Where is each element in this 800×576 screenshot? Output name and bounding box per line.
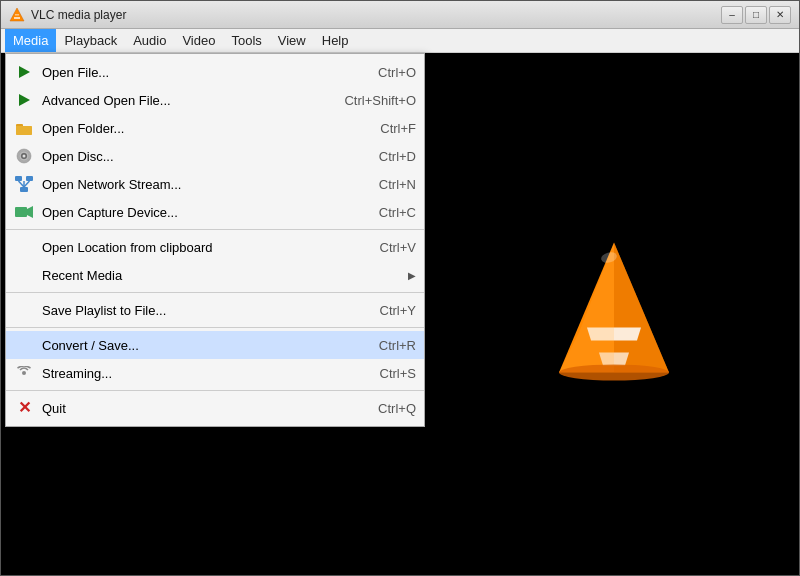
quit-label: Quit xyxy=(42,401,358,416)
advanced-open-shortcut: Ctrl+Shift+O xyxy=(344,93,416,108)
menu-view[interactable]: View xyxy=(270,29,314,52)
title-bar-buttons: – □ ✕ xyxy=(721,6,791,24)
separator-1 xyxy=(6,229,424,230)
svg-rect-1 xyxy=(14,17,20,19)
open-network-shortcut: Ctrl+N xyxy=(379,177,416,192)
menu-item-open-folder[interactable]: Open Folder... Ctrl+F xyxy=(6,114,424,142)
open-clipboard-shortcut: Ctrl+V xyxy=(380,240,416,255)
menu-item-convert-save[interactable]: Convert / Save... Ctrl+R xyxy=(6,331,424,359)
svg-rect-21 xyxy=(20,187,28,192)
separator-4 xyxy=(6,390,424,391)
open-disc-label: Open Disc... xyxy=(42,149,359,164)
advanced-open-label: Advanced Open File... xyxy=(42,93,324,108)
svg-marker-26 xyxy=(27,206,33,218)
svg-rect-19 xyxy=(15,176,22,181)
media-dropdown: Open File... Ctrl+O Advanced Open File..… xyxy=(5,53,425,427)
streaming-shortcut: Ctrl+S xyxy=(380,366,416,381)
svg-point-17 xyxy=(23,155,26,158)
vlc-logo xyxy=(549,233,679,396)
open-file-shortcut: Ctrl+O xyxy=(378,65,416,80)
open-disc-shortcut: Ctrl+D xyxy=(379,149,416,164)
save-playlist-label: Save Playlist to File... xyxy=(42,303,360,318)
svg-rect-20 xyxy=(26,176,33,181)
svg-line-24 xyxy=(24,181,30,187)
svg-point-27 xyxy=(22,371,26,375)
open-capture-shortcut: Ctrl+C xyxy=(379,205,416,220)
menu-playback[interactable]: Playback xyxy=(56,29,125,52)
play-icon xyxy=(14,62,34,82)
separator-3 xyxy=(6,327,424,328)
svg-rect-2 xyxy=(15,14,19,16)
menu-tools[interactable]: Tools xyxy=(223,29,269,52)
convert-save-label: Convert / Save... xyxy=(42,338,359,353)
svg-rect-25 xyxy=(15,207,27,217)
separator-2 xyxy=(6,292,424,293)
svg-rect-14 xyxy=(16,126,32,135)
save-playlist-shortcut: Ctrl+Y xyxy=(380,303,416,318)
quit-icon: ✕ xyxy=(14,398,34,418)
open-folder-label: Open Folder... xyxy=(42,121,360,136)
maximize-button[interactable]: □ xyxy=(745,6,767,24)
capture-icon xyxy=(14,202,34,222)
recent-media-label: Recent Media xyxy=(42,268,408,283)
folder-icon xyxy=(14,118,34,138)
menu-item-open-clipboard[interactable]: Open Location from clipboard Ctrl+V xyxy=(6,233,424,261)
menu-video[interactable]: Video xyxy=(174,29,223,52)
vlc-cone-svg xyxy=(549,233,679,393)
quit-shortcut: Ctrl+Q xyxy=(378,401,416,416)
recent-icon xyxy=(14,265,34,285)
menu-item-open-capture[interactable]: Open Capture Device... Ctrl+C xyxy=(6,198,424,226)
clipboard-icon xyxy=(14,237,34,257)
menu-item-open-disc[interactable]: Open Disc... Ctrl+D xyxy=(6,142,424,170)
menu-item-open-file[interactable]: Open File... Ctrl+O xyxy=(6,58,424,86)
svg-line-23 xyxy=(19,181,25,187)
play-advanced-icon xyxy=(14,90,34,110)
menu-help[interactable]: Help xyxy=(314,29,357,52)
open-network-label: Open Network Stream... xyxy=(42,177,359,192)
close-button[interactable]: ✕ xyxy=(769,6,791,24)
menu-item-save-playlist[interactable]: Save Playlist to File... Ctrl+Y xyxy=(6,296,424,324)
svg-marker-11 xyxy=(19,94,30,106)
streaming-icon xyxy=(14,363,34,383)
open-file-label: Open File... xyxy=(42,65,358,80)
convert-icon xyxy=(14,335,34,355)
title-bar: VLC media player – □ ✕ xyxy=(1,1,799,29)
open-clipboard-label: Open Location from clipboard xyxy=(42,240,360,255)
network-icon xyxy=(14,174,34,194)
menu-item-streaming[interactable]: Streaming... Ctrl+S xyxy=(6,359,424,387)
app-icon xyxy=(9,7,25,23)
open-folder-shortcut: Ctrl+F xyxy=(380,121,416,136)
disc-icon xyxy=(14,146,34,166)
menu-item-quit[interactable]: ✕ Quit Ctrl+Q xyxy=(6,394,424,422)
convert-save-shortcut: Ctrl+R xyxy=(379,338,416,353)
menu-audio[interactable]: Audio xyxy=(125,29,174,52)
menu-item-advanced-open[interactable]: Advanced Open File... Ctrl+Shift+O xyxy=(6,86,424,114)
open-capture-label: Open Capture Device... xyxy=(42,205,359,220)
streaming-label: Streaming... xyxy=(42,366,360,381)
submenu-arrow-icon: ▶ xyxy=(408,270,416,281)
menu-media[interactable]: Media xyxy=(5,29,56,52)
menu-item-recent-media[interactable]: Recent Media ▶ xyxy=(6,261,424,289)
save-icon xyxy=(14,300,34,320)
window-title: VLC media player xyxy=(31,8,715,22)
svg-point-8 xyxy=(559,365,669,381)
menu-item-open-network[interactable]: Open Network Stream... Ctrl+N xyxy=(6,170,424,198)
menu-bar: Media Playback Audio Video Tools View He… xyxy=(1,29,799,53)
svg-marker-10 xyxy=(19,66,30,78)
minimize-button[interactable]: – xyxy=(721,6,743,24)
vlc-window: VLC media player – □ ✕ Media Playback Au… xyxy=(0,0,800,576)
